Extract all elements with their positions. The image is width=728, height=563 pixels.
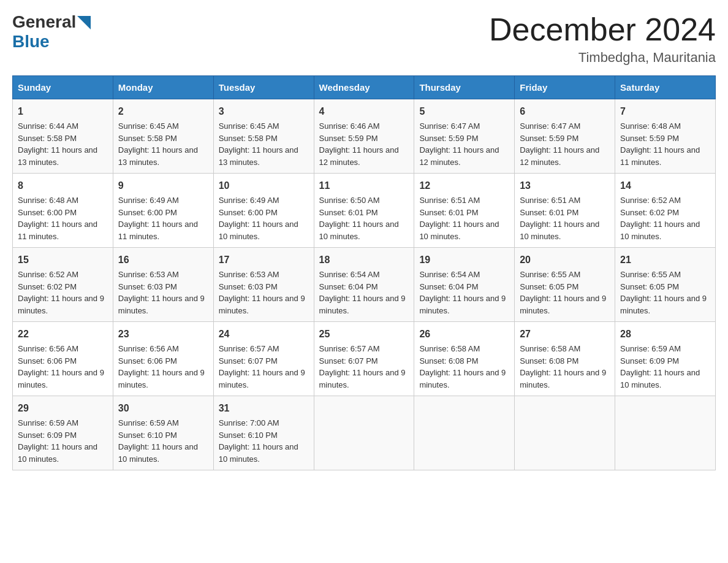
daylight-text: Daylight: 11 hours and 10 minutes. — [319, 218, 409, 242]
day-number: 23 — [118, 327, 208, 342]
daylight-text: Daylight: 11 hours and 10 minutes. — [219, 218, 309, 242]
calendar-cell: 19Sunrise: 6:54 AMSunset: 6:04 PMDayligh… — [414, 248, 515, 322]
svg-marker-0 — [77, 16, 91, 29]
daylight-text: Daylight: 11 hours and 10 minutes. — [419, 218, 509, 242]
month-title: December 2024 — [489, 12, 716, 47]
calendar-week-row: 22Sunrise: 6:56 AMSunset: 6:06 PMDayligh… — [13, 322, 716, 396]
daylight-text: Daylight: 11 hours and 9 minutes. — [118, 367, 208, 391]
calendar-cell: 10Sunrise: 6:49 AMSunset: 6:00 PMDayligh… — [213, 174, 314, 248]
day-number: 24 — [219, 327, 309, 342]
day-number: 3 — [219, 104, 309, 119]
calendar-cell: 18Sunrise: 6:54 AMSunset: 6:04 PMDayligh… — [314, 248, 414, 322]
calendar-cell: 12Sunrise: 6:51 AMSunset: 6:01 PMDayligh… — [414, 174, 515, 248]
day-number: 7 — [620, 104, 710, 119]
sunset-text: Sunset: 5:59 PM — [520, 132, 610, 145]
calendar-cell: 22Sunrise: 6:56 AMSunset: 6:06 PMDayligh… — [13, 322, 113, 396]
day-number: 5 — [419, 104, 509, 119]
calendar-cell — [615, 396, 716, 470]
day-number: 21 — [620, 253, 710, 267]
calendar-cell — [515, 396, 615, 470]
sunset-text: Sunset: 6:04 PM — [319, 281, 409, 293]
calendar-cell: 9Sunrise: 6:49 AMSunset: 6:00 PMDaylight… — [113, 174, 213, 248]
calendar-cell: 6Sunrise: 6:47 AMSunset: 5:59 PMDaylight… — [515, 99, 615, 174]
sunrise-text: Sunrise: 6:48 AM — [620, 120, 710, 132]
sunrise-text: Sunrise: 6:59 AM — [118, 417, 208, 429]
sunset-text: Sunset: 6:10 PM — [219, 429, 309, 442]
sunrise-text: Sunrise: 6:54 AM — [419, 269, 509, 281]
daylight-text: Daylight: 11 hours and 9 minutes. — [419, 367, 509, 391]
daylight-text: Daylight: 11 hours and 9 minutes. — [18, 293, 108, 316]
day-number: 18 — [319, 253, 409, 267]
sunrise-text: Sunrise: 6:59 AM — [18, 417, 108, 429]
weekday-header-row: SundayMondayTuesdayWednesdayThursdayFrid… — [13, 76, 716, 99]
sunset-text: Sunset: 6:06 PM — [18, 355, 108, 367]
day-number: 13 — [520, 178, 610, 193]
weekday-header-friday: Friday — [515, 76, 615, 99]
title-section: December 2024 Timbedgha, Mauritania — [489, 12, 716, 66]
day-number: 17 — [219, 253, 309, 267]
day-number: 10 — [219, 178, 309, 193]
sunset-text: Sunset: 5:58 PM — [219, 132, 309, 145]
sunset-text: Sunset: 6:00 PM — [219, 207, 309, 219]
calendar-cell: 27Sunrise: 6:58 AMSunset: 6:08 PMDayligh… — [515, 322, 615, 396]
calendar-week-row: 15Sunrise: 6:52 AMSunset: 6:02 PMDayligh… — [13, 248, 716, 322]
calendar-cell: 15Sunrise: 6:52 AMSunset: 6:02 PMDayligh… — [13, 248, 113, 322]
sunrise-text: Sunrise: 6:52 AM — [620, 194, 710, 207]
calendar-cell — [314, 396, 414, 470]
logo-blue-text: Blue — [12, 32, 50, 51]
calendar-week-row: 8Sunrise: 6:48 AMSunset: 6:00 PMDaylight… — [13, 174, 716, 248]
daylight-text: Daylight: 11 hours and 9 minutes. — [620, 293, 710, 316]
daylight-text: Daylight: 11 hours and 10 minutes. — [520, 218, 610, 242]
calendar-cell: 13Sunrise: 6:51 AMSunset: 6:01 PMDayligh… — [515, 174, 615, 248]
sunrise-text: Sunrise: 6:55 AM — [620, 269, 710, 281]
calendar-cell: 24Sunrise: 6:57 AMSunset: 6:07 PMDayligh… — [213, 322, 314, 396]
daylight-text: Daylight: 11 hours and 12 minutes. — [419, 144, 509, 168]
daylight-text: Daylight: 11 hours and 12 minutes. — [520, 144, 610, 168]
sunrise-text: Sunrise: 6:46 AM — [319, 120, 409, 132]
calendar-cell: 3Sunrise: 6:45 AMSunset: 5:58 PMDaylight… — [213, 99, 314, 174]
sunrise-text: Sunrise: 6:51 AM — [520, 194, 610, 207]
logo: General Blue — [12, 12, 91, 52]
weekday-header-wednesday: Wednesday — [314, 76, 414, 99]
daylight-text: Daylight: 11 hours and 13 minutes. — [219, 144, 309, 168]
sunrise-text: Sunrise: 6:56 AM — [118, 343, 208, 355]
day-number: 26 — [419, 327, 509, 342]
daylight-text: Daylight: 11 hours and 9 minutes. — [219, 293, 309, 316]
weekday-header-tuesday: Tuesday — [213, 76, 314, 99]
sunrise-text: Sunrise: 6:49 AM — [219, 194, 309, 207]
sunrise-text: Sunrise: 6:54 AM — [319, 269, 409, 281]
daylight-text: Daylight: 11 hours and 10 minutes. — [620, 218, 710, 242]
day-number: 16 — [118, 253, 208, 267]
sunset-text: Sunset: 6:03 PM — [118, 281, 208, 293]
day-number: 4 — [319, 104, 409, 119]
sunrise-text: Sunrise: 6:53 AM — [219, 269, 309, 281]
calendar-cell: 2Sunrise: 6:45 AMSunset: 5:58 PMDaylight… — [113, 99, 213, 174]
daylight-text: Daylight: 11 hours and 11 minutes. — [118, 218, 208, 242]
daylight-text: Daylight: 11 hours and 10 minutes. — [219, 441, 309, 465]
daylight-text: Daylight: 11 hours and 13 minutes. — [118, 144, 208, 168]
sunset-text: Sunset: 6:09 PM — [620, 355, 710, 367]
sunset-text: Sunset: 6:02 PM — [18, 281, 108, 293]
sunrise-text: Sunrise: 6:47 AM — [419, 120, 509, 132]
sunset-text: Sunset: 6:01 PM — [419, 207, 509, 219]
daylight-text: Daylight: 11 hours and 9 minutes. — [419, 293, 509, 316]
daylight-text: Daylight: 11 hours and 10 minutes. — [118, 441, 208, 465]
sunset-text: Sunset: 6:00 PM — [118, 207, 208, 219]
weekday-header-saturday: Saturday — [615, 76, 716, 99]
sunrise-text: Sunrise: 6:58 AM — [520, 343, 610, 355]
location-title: Timbedgha, Mauritania — [489, 50, 716, 66]
calendar-week-row: 29Sunrise: 6:59 AMSunset: 6:09 PMDayligh… — [13, 396, 716, 470]
weekday-header-sunday: Sunday — [13, 76, 113, 99]
sunrise-text: Sunrise: 6:52 AM — [18, 269, 108, 281]
sunrise-text: Sunrise: 6:57 AM — [219, 343, 309, 355]
sunset-text: Sunset: 6:05 PM — [520, 281, 610, 293]
calendar-cell: 5Sunrise: 6:47 AMSunset: 5:59 PMDaylight… — [414, 99, 515, 174]
calendar-cell: 17Sunrise: 6:53 AMSunset: 6:03 PMDayligh… — [213, 248, 314, 322]
day-number: 14 — [620, 178, 710, 193]
calendar-cell: 31Sunrise: 7:00 AMSunset: 6:10 PMDayligh… — [213, 396, 314, 470]
sunrise-text: Sunrise: 6:48 AM — [18, 194, 108, 207]
sunrise-text: Sunrise: 6:55 AM — [520, 269, 610, 281]
sunset-text: Sunset: 5:59 PM — [419, 132, 509, 145]
logo-general-text: General — [12, 12, 76, 32]
sunset-text: Sunset: 6:09 PM — [18, 429, 108, 442]
